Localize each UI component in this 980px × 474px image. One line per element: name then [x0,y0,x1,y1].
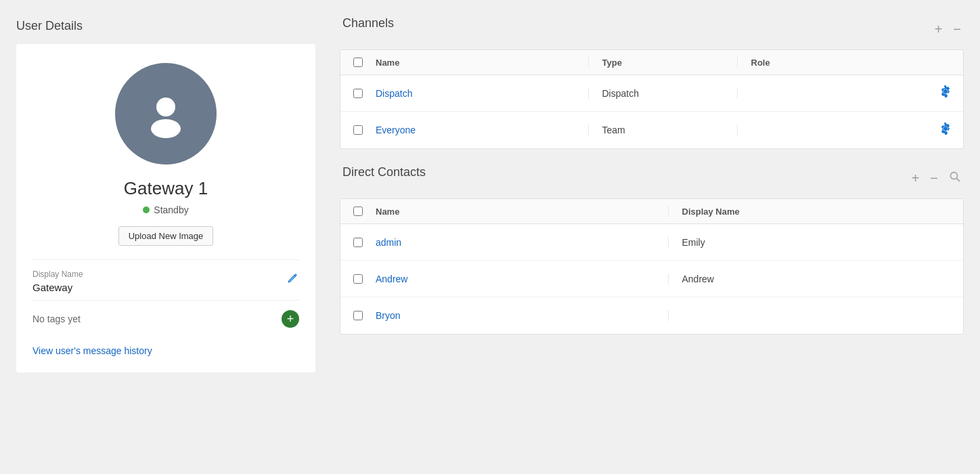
table-row: Dispatch Dispatch [340,75,963,112]
channel-dispatch-checkbox[interactable] [353,89,363,98]
svg-point-1 [151,119,181,138]
channels-actions: + − [935,22,961,36]
direct-contacts-remove-button[interactable]: − [930,171,938,185]
table-row: Everyone Team [340,112,963,148]
channels-remove-button[interactable]: − [953,22,961,36]
channels-title: Channels [342,16,394,30]
status-text: Standby [154,204,188,215]
right-panel: Channels + − Name Type Role [332,0,980,474]
user-fields: Display Name Gateway No tags yet + [32,259,299,335]
contact-bryon-checkbox[interactable] [353,311,363,320]
table-row: Andrew Andrew [340,261,963,297]
channels-col-role-header: Role [738,58,964,68]
direct-contacts-add-button[interactable]: + [912,171,920,185]
user-details-title: User Details [16,19,315,33]
display-name-field: Display Name Gateway [32,260,299,301]
channels-col-type-header: Type [589,57,738,68]
left-panel: User Details Gateway 1 Standby Upload Ne… [0,0,332,474]
table-row: Bryon [340,297,963,334]
channels-table-header: Name Type Role [340,50,963,75]
direct-contacts-table: Name Display Name admin Emily [340,198,964,335]
display-name-value: Gateway [32,282,299,293]
status-row: Standby [143,204,188,215]
channels-section: Channels + − Name Type Role [340,16,964,149]
status-dot [143,207,150,213]
direct-contacts-actions: + − [912,171,961,185]
channel-dispatch-link[interactable]: Dispatch [376,88,412,99]
channels-add-button[interactable]: + [935,22,943,36]
edit-icon [287,276,299,287]
upload-image-button[interactable]: Upload New Image [118,226,214,246]
avatar-icon [141,89,190,138]
svg-point-2 [951,173,958,179]
channels-col-name-header: Name [376,57,589,68]
contact-admin-checkbox[interactable] [353,238,363,247]
contact-admin-link[interactable]: admin [376,237,401,248]
channel-everyone-checkbox[interactable] [353,125,363,135]
table-row: admin Emily [340,224,963,261]
edit-display-name-button[interactable] [287,273,299,288]
channel-dispatch-type: Dispatch [602,88,639,99]
direct-contacts-header: Direct Contacts + − [340,165,964,190]
direct-contacts-title: Direct Contacts [342,165,426,179]
svg-line-3 [957,179,960,182]
direct-contacts-search-button[interactable] [949,171,961,185]
contact-andrew-link[interactable]: Andrew [376,274,407,284]
channel-dispatch-settings-icon[interactable] [939,85,952,102]
contact-andrew-display-name: Andrew [682,274,714,284]
channels-select-all-checkbox[interactable] [353,58,363,67]
contact-andrew-checkbox[interactable] [353,274,363,284]
channel-everyone-type: Team [602,125,625,135]
message-history-link[interactable]: View user's message history [32,345,152,356]
direct-contacts-section: Direct Contacts + − Name [340,165,964,335]
add-tag-button[interactable]: + [282,310,299,328]
tags-row: No tags yet + [32,301,299,335]
user-card: Gateway 1 Standby Upload New Image Displ… [16,44,315,372]
channels-check-all[interactable] [340,58,376,67]
user-name: Gateway 1 [124,178,208,199]
contacts-select-all-checkbox[interactable] [353,207,363,216]
contact-bryon-link[interactable]: Bryon [376,310,401,321]
direct-contacts-table-header: Name Display Name [340,199,963,224]
channels-header: Channels + − [340,16,964,41]
channel-everyone-settings-icon[interactable] [939,122,952,139]
contact-admin-display-name: Emily [682,237,705,248]
channels-table: Name Type Role Dispatch Dispatch [340,49,964,149]
channel-everyone-link[interactable]: Everyone [376,125,416,135]
tags-text: No tags yet [32,314,81,324]
avatar [115,63,217,165]
display-name-label: Display Name [32,270,299,279]
svg-point-0 [156,98,175,116]
